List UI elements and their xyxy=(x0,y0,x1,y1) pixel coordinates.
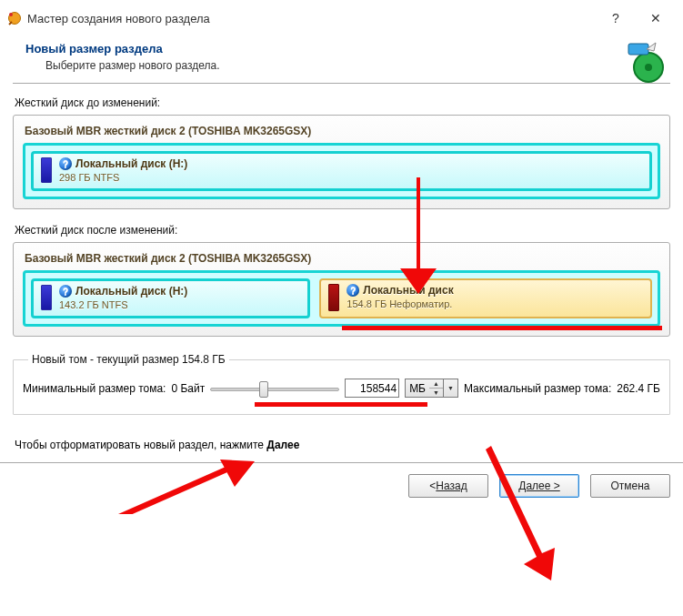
svg-point-1 xyxy=(9,13,13,16)
min-size-label: Минимальный размер тома: xyxy=(23,382,166,395)
next-button[interactable]: Далее > xyxy=(499,474,579,498)
size-legend: Новый том - текущий размер 154.8 ГБ xyxy=(28,353,229,366)
partition-name: Локальный диск (H:) xyxy=(75,285,187,298)
unit-value: МБ xyxy=(409,382,426,395)
chevron-down-icon: ▼ xyxy=(447,385,454,391)
back-label: Назад xyxy=(436,480,467,492)
page-title: Новый размер раздела xyxy=(25,42,665,56)
spin-up[interactable]: ▲ xyxy=(429,379,443,389)
partition-before-h[interactable]: ? Локальный диск (H:) 298 ГБ NTFS xyxy=(31,151,652,191)
partition-details: 298 ГБ NTFS xyxy=(59,172,642,183)
disk-before-row: ? Локальный диск (H:) 298 ГБ NTFS xyxy=(23,143,660,199)
disk-after-header: Базовый MBR жесткий диск 2 (TOSHIBA MK32… xyxy=(25,252,658,265)
window-title: Мастер создания нового раздела xyxy=(27,12,596,25)
disk-before-box: Базовый MBR жесткий диск 2 (TOSHIBA MK32… xyxy=(13,115,670,209)
partition-details: 154.8 ГБ Неформатир. xyxy=(347,298,643,309)
partition-color-bar xyxy=(41,285,52,310)
help-icon: ? xyxy=(347,284,359,297)
min-size-value: 0 Байт xyxy=(171,382,205,395)
partition-details: 143.2 ГБ NTFS xyxy=(59,299,300,310)
size-slider[interactable] xyxy=(210,379,339,398)
partition-color-bar xyxy=(41,157,52,183)
next-label: Далее > xyxy=(518,480,560,492)
unit-select[interactable]: МБ ▲▼ ▼ xyxy=(405,379,458,398)
disk-after-box: Базовый MBR жесткий диск 2 (TOSHIBA MK32… xyxy=(13,242,670,337)
format-hint: Чтобы отформатировать новый раздел, нажм… xyxy=(15,439,668,451)
header-separator xyxy=(13,83,670,84)
disk-before-header: Базовый MBR жесткий диск 2 (TOSHIBA MK32… xyxy=(25,125,658,137)
cancel-label: Отмена xyxy=(610,480,649,492)
partition-name: Локальный диск (H:) xyxy=(75,157,187,170)
max-size-label: Максимальный размер тома: xyxy=(464,382,611,395)
max-size-value: 262.4 ГБ xyxy=(617,382,660,395)
size-spinner[interactable]: ▲▼ xyxy=(429,379,444,398)
before-label: Жесткий диск до изменений: xyxy=(15,96,668,109)
next-hint-link: Далее xyxy=(266,439,299,451)
cancel-button[interactable]: Отмена xyxy=(590,474,670,498)
partition-color-bar xyxy=(328,284,339,311)
partition-after-new[interactable]: ? Локальный диск 154.8 ГБ Неформатир. xyxy=(319,278,652,318)
close-button[interactable]: ✕ xyxy=(636,5,676,31)
size-input[interactable] xyxy=(345,379,399,398)
help-button[interactable]: ? xyxy=(596,5,636,31)
page-subtitle: Выберите размер нового раздела. xyxy=(45,59,665,72)
window-titlebar: Мастер создания нового раздела ? ✕ xyxy=(0,0,683,35)
wizard-buttons: < Назад Далее > Отмена xyxy=(0,462,683,509)
annotation-underline xyxy=(255,402,427,407)
slider-thumb[interactable] xyxy=(259,381,268,398)
wizard-partition-icon xyxy=(623,38,670,86)
disk-after-row: ? Локальный диск (H:) 143.2 ГБ NTFS ? Ло… xyxy=(23,270,660,327)
svg-rect-4 xyxy=(628,44,648,55)
after-label: Жесткий диск после изменений: xyxy=(15,224,668,237)
svg-point-3 xyxy=(645,64,652,71)
annotation-underline xyxy=(342,326,663,330)
help-icon: ? xyxy=(59,157,72,170)
size-groupbox: Новый том - текущий размер 154.8 ГБ Мини… xyxy=(13,353,670,415)
app-icon xyxy=(7,11,22,25)
partition-name: Локальный диск xyxy=(363,284,453,297)
help-icon: ? xyxy=(59,285,72,298)
wizard-header: Новый размер раздела Выберите размер нов… xyxy=(0,35,683,77)
spin-down[interactable]: ▼ xyxy=(429,389,443,397)
slider-track xyxy=(210,388,339,391)
back-button[interactable]: < Назад xyxy=(408,474,488,498)
partition-after-h[interactable]: ? Локальный диск (H:) 143.2 ГБ NTFS xyxy=(31,278,310,318)
